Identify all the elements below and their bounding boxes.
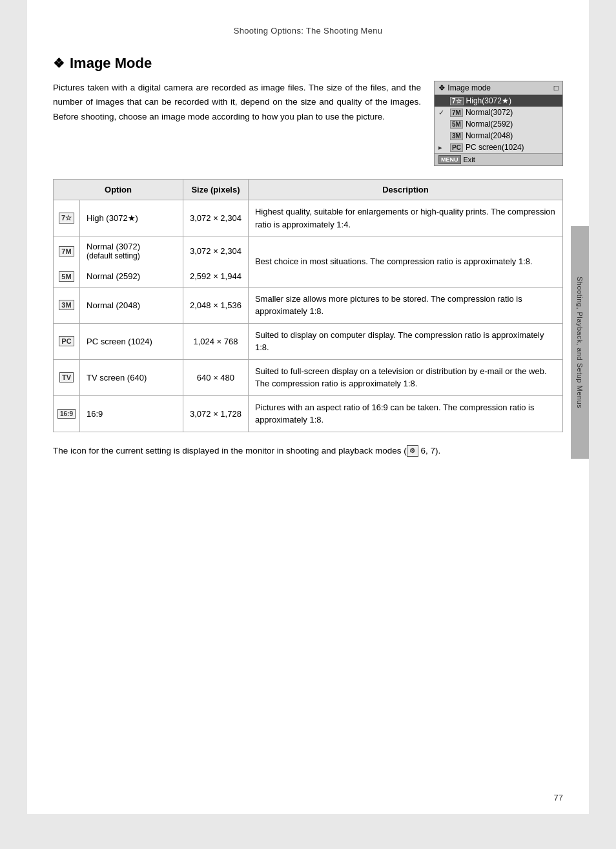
size-pc: 1,024 × 768 [183,323,249,359]
option-name-cell: Normal (2048) [80,287,183,323]
option-name-cell: Normal (2592) [80,266,183,287]
row-icon-high: 7☆ [59,213,74,224]
footer-label: Exit [464,156,475,163]
badge-normal2048: 3M [450,132,463,140]
option-tv: TV screen (640) [87,373,147,383]
badge-normal3072: 7M [450,109,463,117]
section-icon: ❖ [53,56,65,71]
desc-169: Pictures with an aspect ratio of 16:9 ca… [248,395,562,432]
size-normal3072: 3,072 × 2,304 [183,236,249,266]
camera-menu-item-pc: ▸ PC PC screen(1024) [435,142,562,153]
badge-high: 7☆ [450,97,464,105]
camera-menu-item-high: 7☆ High(3072★) [435,95,562,107]
option-normal2048: Normal (2048) [87,300,140,310]
row-icon-normal2048: 3M [59,300,74,310]
check-pc: ▸ [438,143,447,152]
check-normal3072: ✓ [438,109,447,117]
icon-cell: 7☆ [54,200,80,236]
row-icon-tv: TV [59,372,74,383]
row-icon-169: 16:9 [57,409,76,419]
table-row: 7☆ High (3072★) 3,072 × 2,304 Highest qu… [54,200,563,236]
desc-normal3072: Best choice in most situations. The comp… [248,236,562,288]
icon-cell: 7M [54,236,80,266]
label-normal2592: Normal(2592) [466,120,513,129]
camera-menu-item-normal3072: ✓ 7M Normal(3072) [435,107,562,118]
option-name-cell: TV screen (640) [80,359,183,395]
label-high: High(3072★) [466,96,511,105]
desc-normal2048: Smaller size allows more pictures to be … [248,287,562,323]
section-title-text: Image Mode [70,55,152,72]
label-normal2048: Normal(2048) [466,131,513,140]
row-icon-normal2592: 5M [59,271,74,282]
label-normal3072: Normal(3072) [466,108,513,117]
badge-pc: PC [450,143,463,152]
option-normal3072: Normal (3072)(default setting) [87,242,176,260]
side-tab: Shooting, Playback, and Setup Menus [571,226,589,459]
menu-button: MENU [438,155,461,164]
camera-menu-item-normal2592: 5M Normal(2592) [435,118,562,130]
header-title: Shooting Options: The Shooting Menu [234,26,383,36]
content-area: Pictures taken with a digital camera are… [53,81,563,166]
camera-menu-footer: MENU Exit [435,153,562,165]
badge-normal2592: 5M [450,120,463,129]
icon-cell: TV [54,359,80,395]
option-pc: PC screen (1024) [87,337,152,346]
table-header-row: Option Size (pixels) Description [54,180,563,200]
col-size: Size (pixels) [183,180,249,200]
option-high: High (3072★) [87,213,138,223]
table-row: TV TV screen (640) 640 × 480 Suited to f… [54,359,563,395]
table-row: 7M Normal (3072)(default setting) 3,072 … [54,236,563,266]
icon-cell: PC [54,323,80,359]
option-169: 16:9 [87,409,103,419]
option-name-cell: 16:9 [80,395,183,432]
row-icon-pc: PC [59,336,74,346]
camera-menu-item-normal2048: 3M Normal(2048) [435,130,562,142]
option-name-cell: High (3072★) [80,200,183,236]
size-normal2592: 2,592 × 1,944 [183,266,249,287]
row-icon-normal3072: 7M [59,246,74,257]
label-pc: PC screen(1024) [466,143,524,152]
camera-menu-header-right: □ [554,83,559,92]
section-title: ❖ Image Mode [53,55,563,72]
footer-inline-icon: ⚙ [407,445,418,457]
side-tab-label: Shooting, Playback, and Setup Menus [576,277,584,408]
footer-note: The icon for the current setting is disp… [53,444,563,458]
icon-cell: 3M [54,287,80,323]
table-row: 3M Normal (2048) 2,048 × 1,536 Smaller s… [54,287,563,323]
desc-pc: Suited to display on computer display. T… [248,323,562,359]
intro-text: Pictures taken with a digital camera are… [53,81,421,166]
camera-menu-header-icon: ❖ Image mode [438,83,491,92]
option-normal2592: Normal (2592) [87,271,140,281]
size-high: 3,072 × 2,304 [183,200,249,236]
option-name-cell: PC screen (1024) [80,323,183,359]
page-header: Shooting Options: The Shooting Menu [53,19,563,48]
col-description: Description [248,180,562,200]
icon-cell: 16:9 [54,395,80,432]
desc-high: Highest quality, suitable for enlargemen… [248,200,562,236]
camera-menu-header: ❖ Image mode □ [435,81,562,95]
camera-menu-screenshot: ❖ Image mode □ 7☆ High(3072★) ✓ 7M Norma… [434,81,563,166]
icon-cell: 5M [54,266,80,287]
size-169: 3,072 × 1,728 [183,395,249,432]
col-option: Option [54,180,183,200]
desc-tv: Suited to full-screen display on a telev… [248,359,562,395]
size-normal2048: 2,048 × 1,536 [183,287,249,323]
table-row: PC PC screen (1024) 1,024 × 768 Suited t… [54,323,563,359]
page-number: 77 [554,793,563,802]
option-name-cell: Normal (3072)(default setting) [80,236,183,266]
options-table: Option Size (pixels) Description 7☆ High… [53,179,563,432]
table-row: 16:9 16:9 3,072 × 1,728 Pictures with an… [54,395,563,432]
size-tv: 640 × 480 [183,359,249,395]
